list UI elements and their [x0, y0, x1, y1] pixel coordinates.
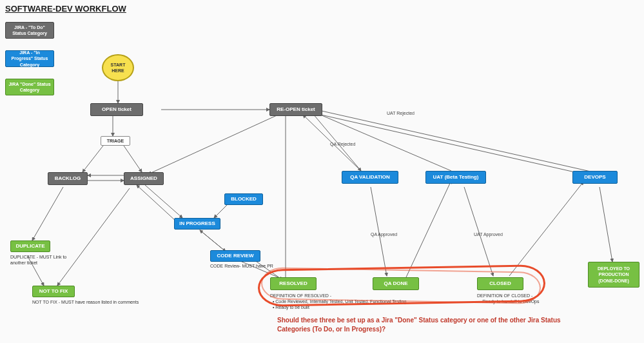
node-backlog: BACKLOG — [48, 172, 88, 185]
node-duplicate: DUPLICATE — [10, 240, 50, 252]
node-uat: UAT (Beta Testing) — [425, 171, 486, 184]
annotation-circle-wobble — [261, 267, 542, 304]
start-node: START HERE — [102, 54, 134, 81]
label-uat-approved: UAT Approved — [474, 232, 503, 237]
page-title: SOFTWARE-DEV WORKFLOW — [5, 4, 126, 14]
node-inprogress: IN PROGRESS — [174, 218, 220, 230]
note-duplicate: DUPLICATE - MUST Link to another ticket — [10, 254, 81, 266]
legend-done: JIRA "Done" Status Category — [5, 79, 54, 95]
node-devops: DEVOPS — [572, 171, 618, 184]
annotation-text: Should these three be set up as a Jira "… — [277, 316, 587, 334]
node-reopen: RE-OPEN ticket — [269, 103, 322, 116]
node-assigned: ASSIGNED — [124, 172, 164, 185]
node-triage: TRIAGE — [101, 136, 130, 146]
note-nottofix: NOT TO FIX - MUST have reason listed in … — [32, 299, 187, 305]
label-qa-rejected: QA Rejected — [330, 142, 355, 146]
legend-todo: JIRA - "To Do" Status Category — [5, 22, 54, 39]
diagram-canvas: SOFTWARE-DEV WORKFLOW JIRA - "To Do" Sta… — [0, 0, 644, 343]
node-blocked: BLOCKED — [224, 193, 263, 205]
label-uat-rejected: UAT Rejected — [387, 111, 415, 115]
node-qavalidation: QA VALIDATION — [342, 171, 398, 184]
label-qa-approved: QA Approved — [371, 232, 397, 237]
node-nottofix: NOT TO FIX — [32, 286, 75, 297]
node-deployed: DEPLOYED TO PRODUCTION (DONE-DONE) — [588, 262, 639, 288]
node-open: OPEN ticket — [90, 103, 143, 116]
legend-inprogress: JIRA - "In Progress" Status Category — [5, 50, 54, 67]
node-codereview: CODE REVIEW — [210, 250, 260, 262]
